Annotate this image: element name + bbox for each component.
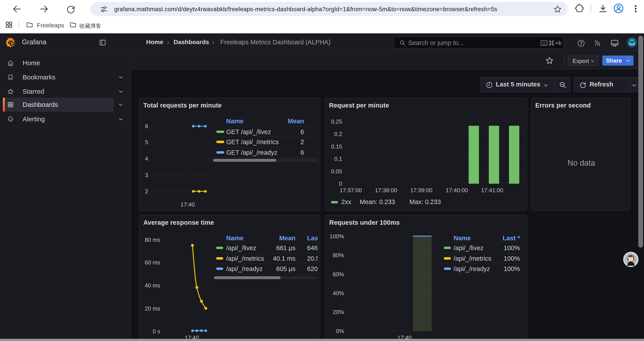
svg-text:3: 3 <box>145 172 148 178</box>
svg-text:/api/_/readyz: /api/_/readyz <box>226 265 262 272</box>
svg-text:17:37:00: 17:37:00 <box>340 187 362 194</box>
svg-text:Last *: Last * <box>502 235 520 242</box>
svg-text:/api/_/metrics: /api/_/metrics <box>454 255 491 262</box>
svg-text:/api/_/metrics: /api/_/metrics <box>226 255 264 262</box>
svg-text:646: 646 <box>307 244 318 251</box>
svg-text:40.1 ms: 40.1 ms <box>273 255 296 262</box>
svg-text:17:39:00: 17:39:00 <box>410 187 432 194</box>
svg-text:40 ms: 40 ms <box>145 282 160 289</box>
svg-text:0: 0 <box>339 180 342 187</box>
svg-text:2: 2 <box>300 138 304 146</box>
svg-text:100%: 100% <box>504 244 520 251</box>
svg-text:GET /api/_/metrics: GET /api/_/metrics <box>226 138 279 146</box>
svg-text:Max: 0.233: Max: 0.233 <box>410 198 441 205</box>
svg-text:2xx: 2xx <box>341 198 351 205</box>
svg-text:80 ms: 80 ms <box>145 237 160 243</box>
svg-text:0.05: 0.05 <box>331 168 342 175</box>
svg-text:GET /api/_/livez: GET /api/_/livez <box>226 128 271 135</box>
svg-text:60%: 60% <box>333 271 344 278</box>
svg-text:Mean: Mean <box>288 118 304 125</box>
svg-text:/api/_/livez: /api/_/livez <box>226 244 256 251</box>
svg-text:661 µs: 661 µs <box>276 244 296 251</box>
svg-text:0%: 0% <box>336 328 344 334</box>
svg-text:Mean: Mean <box>279 235 296 242</box>
svg-text:0.1: 0.1 <box>334 156 342 162</box>
svg-text:100%: 100% <box>330 233 344 240</box>
svg-text:620: 620 <box>307 265 318 272</box>
svg-text:6: 6 <box>300 149 304 156</box>
svg-text:Name: Name <box>226 118 244 125</box>
svg-text:40%: 40% <box>333 290 344 296</box>
svg-text:0.25: 0.25 <box>331 118 342 125</box>
svg-text:80%: 80% <box>333 252 344 258</box>
svg-text:17:40:00: 17:40:00 <box>446 187 468 194</box>
svg-text:20.5 ms: 20.5 ms <box>307 255 320 262</box>
svg-text:5: 5 <box>145 139 148 146</box>
svg-text:605 µs: 605 µs <box>276 265 296 272</box>
svg-text:0.15: 0.15 <box>331 143 342 150</box>
svg-text:/api/_/livez: /api/_/livez <box>454 244 484 251</box>
svg-text:100%: 100% <box>504 265 520 272</box>
svg-text:17:41:00: 17:41:00 <box>481 187 503 194</box>
svg-text:17:40: 17:40 <box>180 201 195 208</box>
svg-text:Mean: 0.233: Mean: 0.233 <box>360 198 395 205</box>
svg-text:0 s: 0 s <box>152 328 160 335</box>
svg-text:/api/_/readyz: /api/_/readyz <box>454 265 490 272</box>
svg-text:Last *: Last * <box>307 235 320 242</box>
svg-text:GET /api/_/readyz: GET /api/_/readyz <box>226 149 277 156</box>
svg-text:17:38:00: 17:38:00 <box>375 187 397 194</box>
svg-text:0.2: 0.2 <box>334 131 342 137</box>
svg-text:2: 2 <box>145 188 148 195</box>
svg-text:6: 6 <box>300 128 304 135</box>
svg-text:100%: 100% <box>504 255 520 262</box>
svg-text:4: 4 <box>145 155 148 162</box>
svg-text:60 ms: 60 ms <box>145 259 160 266</box>
svg-text:6: 6 <box>145 123 148 129</box>
svg-text:Name: Name <box>454 235 471 242</box>
svg-text:20%: 20% <box>333 309 344 315</box>
svg-text:20 ms: 20 ms <box>145 305 160 312</box>
svg-text:Name: Name <box>226 235 244 242</box>
